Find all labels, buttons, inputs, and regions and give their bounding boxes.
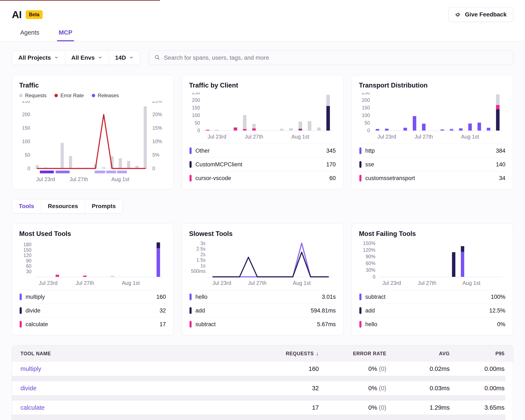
list-item[interactable]: hello 3.01s [189, 290, 336, 304]
search-input[interactable] [164, 55, 507, 61]
svg-text:100: 100 [192, 113, 200, 118]
give-feedback-button[interactable]: Give Feedback [449, 7, 513, 22]
card-title: Traffic by Client [189, 82, 336, 89]
list-item[interactable]: divide 32 [19, 304, 166, 317]
sort-desc-icon: ↓ [316, 350, 319, 357]
requests-cell: 32 [255, 385, 319, 392]
section-tabs: Tools Resources Prompts [12, 199, 122, 213]
list-item[interactable]: customssetransport 34 [359, 171, 506, 185]
column-header-p95[interactable]: P95 [450, 351, 505, 356]
svg-text:Aug 1st: Aug 1st [291, 134, 309, 140]
list-item[interactable]: add 12.5% [359, 304, 506, 317]
svg-text:15%: 15% [152, 125, 162, 131]
column-header-error-rate[interactable]: ERROR RATE [319, 351, 386, 356]
list-item[interactable]: subtract 100% [359, 290, 506, 304]
tool-link[interactable]: multiply [20, 365, 41, 372]
tool-link[interactable]: divide [20, 385, 37, 392]
page-header: AI Beta Give Feedback Agents MCP [0, 0, 525, 41]
list-item[interactable]: http 384 [359, 144, 506, 157]
svg-text:500ms: 500ms [191, 268, 206, 274]
legend-item-requests[interactable]: Requests [19, 92, 47, 99]
svg-text:25%: 25% [152, 101, 162, 104]
give-feedback-label: Give Feedback [465, 11, 507, 18]
slowest-tools-chart[interactable]: 3s2.5s2s1.5s1s500msJul 23rdJul 27thAug 1… [189, 241, 336, 289]
svg-text:Jul 27th: Jul 27th [76, 280, 94, 286]
svg-text:180: 180 [23, 242, 31, 247]
svg-text:1.5s: 1.5s [197, 257, 206, 263]
series-pill-icon [189, 147, 192, 154]
column-header-avg[interactable]: AVG [386, 351, 450, 356]
svg-text:Jul 27th: Jul 27th [418, 280, 436, 286]
column-header-requests[interactable]: REQUESTS ↓ [255, 350, 319, 357]
list-item[interactable]: hello 0% [359, 317, 506, 331]
tool-link[interactable]: calculate [20, 404, 45, 411]
list-item[interactable]: sse 140 [359, 157, 506, 171]
date-range-button[interactable]: 14D [109, 51, 140, 65]
series-pill-icon [189, 175, 192, 182]
svg-text:120%: 120% [363, 247, 375, 253]
most-failing-tools-chart[interactable]: 150%120%90%60%30%0Jul 23rdJul 27thAug 1s… [359, 241, 506, 289]
tab-tools[interactable]: Tools [12, 199, 41, 213]
series-pill-icon [359, 321, 361, 328]
tab-mcp[interactable]: MCP [58, 26, 73, 41]
legend-item-releases[interactable]: Releases [92, 92, 119, 99]
list-item[interactable]: calculate 17 [19, 317, 166, 331]
avg-cell: 0.02ms [386, 365, 450, 372]
most-used-tools-chart[interactable]: 180150120906030Jul 23rdJul 27thAug 1st [19, 241, 166, 289]
svg-text:Aug 1st: Aug 1st [122, 280, 140, 286]
error-rate-cell: 0% (0) [319, 385, 386, 392]
list-item[interactable]: subtract 5.67ms [189, 317, 336, 331]
svg-text:90: 90 [26, 258, 31, 264]
svg-text:150: 150 [23, 247, 31, 253]
env-filter-button[interactable]: All Envs [65, 51, 108, 65]
slowest-list: hello 3.01s add 594.81ms subtract 5.67ms [189, 289, 336, 331]
list-item[interactable]: CustomMCPClient 170 [189, 157, 336, 171]
chevron-down-icon [98, 55, 102, 61]
list-item[interactable]: Other 345 [189, 144, 336, 157]
traffic-by-client-chart[interactable]: 250200150100500Jul 23rdJul 27thAug 1st [189, 92, 336, 142]
chevron-down-icon [54, 55, 58, 61]
search-box [149, 51, 513, 65]
page-title: AI [12, 9, 21, 20]
error-rate-dot-icon [55, 94, 58, 97]
most-failing-list: subtract 100% add 12.5% hello 0% [359, 289, 506, 331]
svg-text:Jul 23rd: Jul 23rd [382, 280, 401, 286]
avg-cell: 0.03ms [386, 385, 450, 392]
svg-text:Aug 1st: Aug 1st [462, 280, 480, 286]
svg-text:150%: 150% [363, 241, 375, 246]
svg-text:150: 150 [22, 125, 30, 131]
tab-prompts[interactable]: Prompts [85, 199, 122, 213]
svg-text:Jul 23rd: Jul 23rd [377, 134, 396, 140]
legend-item-error-rate[interactable]: Error Rate [55, 92, 84, 99]
transport-chart[interactable]: 250200150100500Jul 23rdJul 27thAug 1st [359, 92, 506, 142]
svg-text:50: 50 [25, 152, 30, 158]
error-rate-cell: 0% (0) [319, 365, 386, 372]
tab-resources[interactable]: Resources [41, 199, 85, 213]
svg-text:Jul 27th: Jul 27th [414, 134, 433, 140]
series-pill-icon [359, 293, 361, 300]
list-item[interactable]: add 594.81ms [189, 304, 336, 317]
project-filter-button[interactable]: All Projects [12, 51, 65, 65]
traffic-chart[interactable]: 25020015010050025%20%15%10%5%0Jul 23rdJu… [19, 101, 166, 185]
requests-dot-icon [19, 94, 23, 97]
list-item[interactable]: cursor-vscode 60 [189, 171, 336, 185]
svg-text:Aug 1st: Aug 1st [112, 176, 129, 182]
traffic-legend: Requests Error Rate Releases [19, 92, 166, 99]
svg-text:250: 250 [22, 101, 30, 104]
svg-text:100: 100 [362, 113, 370, 118]
tools-cards-row: Most Used Tools 180150120906030Jul 23rdJ… [12, 223, 513, 336]
slowest-tools-card: Slowest Tools 3s2.5s2s1.5s1s500msJul 23r… [182, 223, 344, 336]
svg-text:Jul 27th: Jul 27th [248, 280, 267, 286]
card-title: Most Used Tools [19, 230, 166, 238]
column-header-tool-name[interactable]: TOOL NAME [20, 351, 255, 356]
releases-dot-icon [92, 94, 95, 97]
card-title: Transport Distribution [359, 82, 506, 89]
table-header-row: TOOL NAME REQUESTS ↓ ERROR RATE AVG P95 [12, 345, 513, 362]
list-item[interactable]: multiply 160 [19, 290, 166, 304]
table-row: calculate 17 0% (0) 1.29ms 3.65ms [12, 401, 513, 414]
tab-agents[interactable]: Agents [19, 26, 40, 41]
traffic-cards-row: Traffic Requests Error Rate Releases 250… [12, 75, 513, 189]
error-rate-cell: 0% (0) [319, 404, 386, 411]
svg-text:3s: 3s [200, 241, 206, 246]
svg-text:60: 60 [26, 263, 31, 269]
